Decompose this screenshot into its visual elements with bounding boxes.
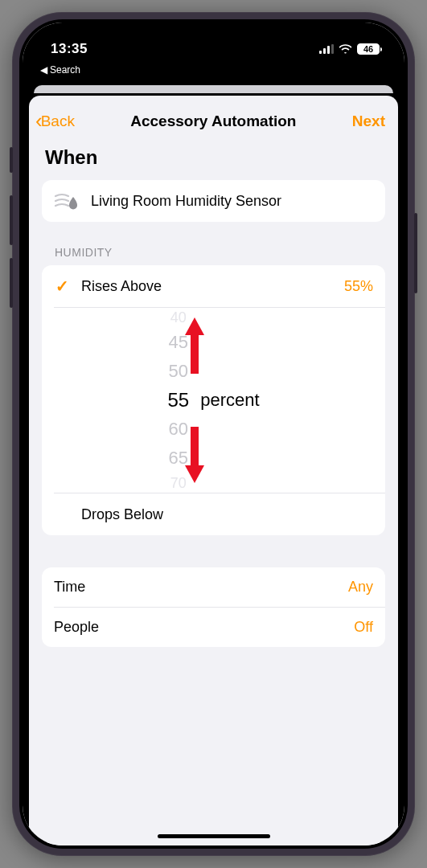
- section-when-title: When: [45, 146, 382, 169]
- sensor-name: Living Room Humidity Sensor: [91, 193, 281, 210]
- mute-switch: [10, 147, 13, 173]
- people-label: People: [54, 619, 99, 636]
- humidity-card: ✓ Rises Above 55%: [42, 265, 385, 535]
- people-row[interactable]: People Off: [42, 608, 385, 647]
- settings-card: Time Any People Off: [42, 567, 385, 647]
- back-button[interactable]: ‹ Back: [35, 108, 75, 133]
- breadcrumb-label: Search: [50, 64, 80, 76]
- picker-option: 65: [169, 444, 188, 473]
- humidity-group-label: HUMIDITY: [55, 246, 372, 259]
- cellular-icon: [319, 44, 334, 54]
- picker-option: 50: [169, 357, 188, 386]
- volume-down: [10, 258, 13, 308]
- picker-unit: percent: [200, 390, 259, 411]
- sensor-card[interactable]: Living Room Humidity Sensor: [42, 180, 385, 222]
- humidity-icon: [54, 191, 81, 211]
- battery-icon: 46: [357, 43, 382, 55]
- picker-option: 45: [169, 328, 188, 357]
- nav-bar: ‹ Back Accessory Automation Next: [29, 96, 398, 143]
- dynamic-island: [166, 36, 261, 62]
- picker-option: 60: [169, 415, 188, 444]
- drops-below-label: Drops Below: [81, 506, 163, 523]
- sheet-behind: [34, 85, 393, 93]
- drops-below-row[interactable]: ✓ Drops Below: [42, 493, 385, 535]
- picker-option: 40: [170, 307, 187, 328]
- next-button[interactable]: Next: [352, 113, 385, 130]
- picker-option-selected: 55: [167, 386, 189, 415]
- home-indicator[interactable]: [158, 834, 270, 838]
- phone-frame: 13:35 46 ◀ Search: [12, 12, 415, 856]
- page-title: Accessory Automation: [130, 113, 296, 130]
- humidity-picker[interactable]: 40 45 50 55 60 65 70 percent: [42, 308, 385, 493]
- people-value: Off: [354, 619, 373, 636]
- volume-up: [10, 195, 13, 245]
- picker-option: 70: [170, 473, 187, 493]
- rises-above-value: 55%: [344, 278, 373, 295]
- checkmark-icon: ✓: [54, 276, 70, 296]
- breadcrumb-back[interactable]: ◀ Search: [23, 64, 404, 80]
- back-label: Back: [41, 113, 75, 130]
- picker-column[interactable]: 40 45 50 55 60 65 70: [167, 307, 189, 493]
- rises-above-label: Rises Above: [81, 278, 162, 295]
- power-button: [414, 213, 417, 293]
- rises-above-row[interactable]: ✓ Rises Above 55%: [42, 265, 385, 307]
- time-value: Any: [348, 579, 373, 596]
- time-label: Time: [54, 579, 85, 596]
- time-row[interactable]: Time Any: [42, 567, 385, 607]
- status-time: 13:35: [51, 41, 88, 57]
- chevron-left-icon: ◀: [40, 64, 47, 76]
- wifi-icon: [339, 44, 352, 54]
